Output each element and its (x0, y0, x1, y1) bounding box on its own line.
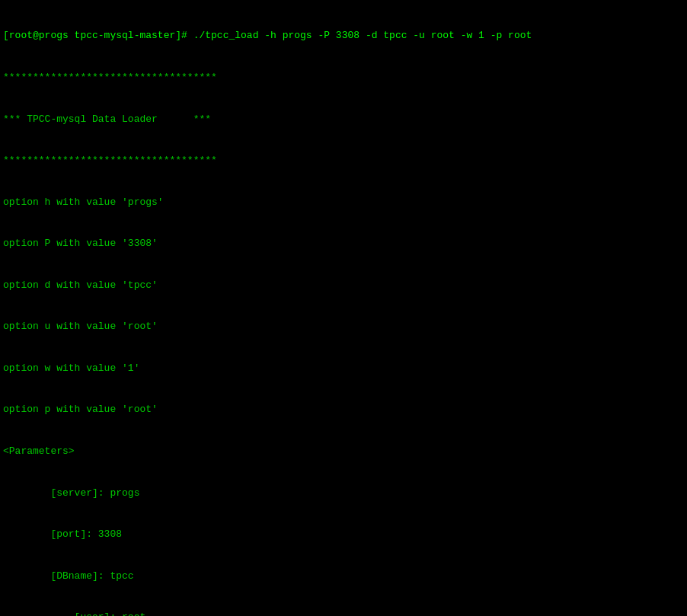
param-server: [server]: progs (3, 487, 684, 500)
option-p2: option p with value 'root' (3, 403, 684, 417)
option-u: option u with value 'root' (3, 320, 684, 334)
option-h: option h with value 'progs' (3, 196, 684, 209)
stars-line-2: ************************************ (3, 154, 684, 168)
option-d: option d with value 'tpcc' (3, 279, 684, 292)
title-line: *** TPCC-mysql Data Loader *** (3, 113, 684, 126)
params-open: <Parameters> (3, 445, 684, 458)
option-w: option w with value '1' (3, 362, 684, 375)
param-port: [port]: 3308 (3, 528, 684, 541)
param-user: [user]: root (3, 611, 684, 616)
prompt-line: [root@progs tpcc-mysql-master]# ./tpcc_l… (3, 29, 684, 43)
stars-line-1: ************************************ (3, 71, 684, 85)
terminal-window: [root@progs tpcc-mysql-master]# ./tpcc_l… (0, 0, 687, 616)
param-dbname: [DBname]: tpcc (3, 570, 684, 583)
option-p: option P with value '3308' (3, 237, 684, 251)
